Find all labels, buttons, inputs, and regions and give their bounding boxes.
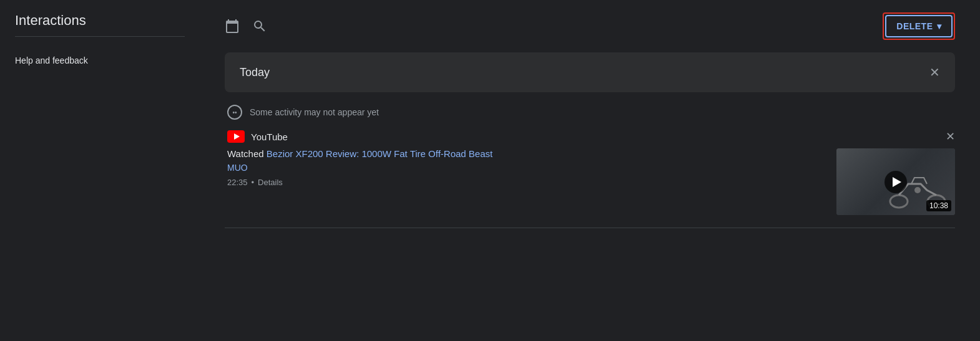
activity-notice: •• Some activity may not appear yet — [225, 105, 955, 120]
video-info: Watched Bezior XF200 Review: 1000W Fat T… — [227, 148, 821, 187]
main-content: DELETE ▾ Today ✕ •• Some activity may no… — [200, 0, 980, 341]
details-link[interactable]: Details — [258, 178, 283, 187]
sidebar: Interactions Help and feedback — [0, 0, 200, 341]
youtube-entry: YouTube ✕ Watched Bezior XF200 Review: 1… — [225, 130, 955, 215]
notice-icon: •• — [227, 105, 242, 120]
play-triangle-icon — [893, 177, 901, 187]
today-label: Today — [240, 66, 270, 79]
sidebar-item-help-feedback[interactable]: Help and feedback — [15, 49, 185, 72]
youtube-brand: YouTube — [227, 130, 288, 143]
video-thumbnail[interactable]: 10:38 — [836, 148, 955, 215]
today-card: Today ✕ — [225, 52, 955, 92]
source-link[interactable]: MUO — [227, 163, 821, 173]
svg-point-2 — [890, 195, 908, 208]
duration-badge: 10:38 — [926, 200, 951, 211]
today-close-button[interactable]: ✕ — [929, 65, 940, 80]
watched-line: Watched Bezior XF200 Review: 1000W Fat T… — [227, 148, 664, 159]
activity-notice-text: Some activity may not appear yet — [250, 107, 379, 117]
delete-button[interactable]: DELETE ▾ — [885, 15, 953, 37]
delete-button-wrapper: DELETE ▾ — [883, 12, 955, 40]
watched-label: Watched — [227, 148, 264, 159]
video-row: Watched Bezior XF200 Review: 1000W Fat T… — [227, 148, 955, 215]
play-button[interactable] — [884, 171, 907, 193]
sidebar-title: Interactions — [15, 12, 185, 29]
timestamp-line: 22:35 • Details — [227, 178, 821, 187]
youtube-header: YouTube ✕ — [227, 130, 955, 143]
timestamp: 22:35 — [227, 178, 248, 187]
youtube-entry-close-button[interactable]: ✕ — [946, 130, 955, 143]
video-title-link[interactable]: Bezior XF200 Review: 1000W Fat Tire Off-… — [267, 148, 492, 159]
chevron-down-icon: ▾ — [937, 21, 942, 31]
bottom-divider — [225, 228, 955, 228]
youtube-logo-icon — [227, 130, 245, 143]
search-icon[interactable] — [252, 19, 267, 34]
sidebar-divider — [15, 36, 185, 37]
calendar-icon[interactable] — [225, 19, 240, 34]
svg-point-4 — [914, 187, 921, 193]
toolbar-left — [225, 19, 267, 34]
dot-separator: • — [252, 178, 255, 187]
toolbar: DELETE ▾ — [225, 12, 955, 40]
youtube-brand-name: YouTube — [251, 132, 288, 142]
